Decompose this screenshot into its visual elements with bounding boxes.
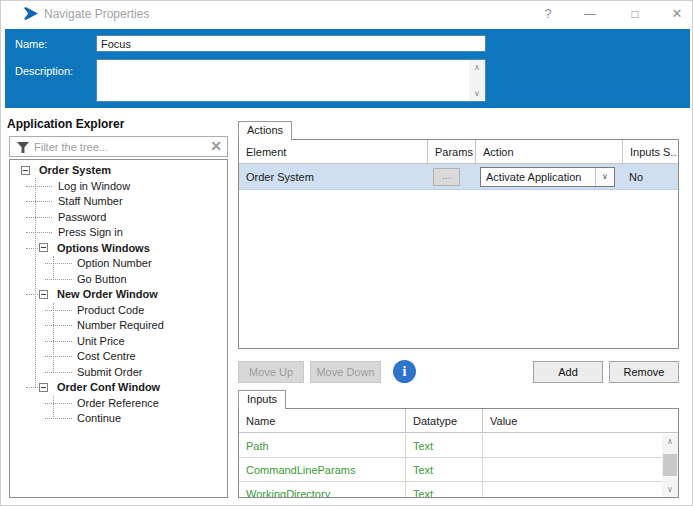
input-value-cell[interactable] bbox=[482, 482, 662, 497]
properties-header: Name: Description: ∧ ∨ bbox=[5, 29, 690, 108]
input-datatype-cell: Text bbox=[405, 482, 482, 497]
inputs-scrollbar[interactable]: ∧ ∨ bbox=[662, 434, 678, 497]
tree-filter-box: ✕ bbox=[9, 136, 228, 157]
scroll-down-icon[interactable]: ∨ bbox=[662, 482, 678, 497]
action-params-cell: ... bbox=[427, 164, 475, 189]
info-icon[interactable]: i bbox=[393, 360, 416, 383]
tree-item-log-in-window[interactable]: Log in Window bbox=[10, 179, 227, 195]
column-header-element[interactable]: Element bbox=[239, 140, 427, 163]
maximize-button[interactable]: □ bbox=[624, 4, 646, 24]
chevron-down-icon[interactable]: ∨ bbox=[595, 168, 614, 186]
minimize-button[interactable]: — bbox=[579, 4, 601, 24]
inputs-set-cell: No bbox=[622, 164, 678, 189]
input-datatype-cell: Text bbox=[405, 434, 482, 457]
actions-tab[interactable]: Actions bbox=[238, 121, 292, 140]
scroll-up-icon[interactable]: ∧ bbox=[469, 60, 485, 75]
move-down-button[interactable]: Move Down bbox=[310, 361, 381, 383]
tree-item-submit-order[interactable]: Submit Order bbox=[10, 365, 227, 381]
remove-button[interactable]: Remove bbox=[609, 361, 679, 383]
help-button[interactable]: ? bbox=[537, 4, 559, 24]
add-button[interactable]: Add bbox=[533, 361, 603, 383]
tree-item-order-system[interactable]: Order System bbox=[10, 163, 227, 179]
application-explorer-tree: Order System Log in Window Staff Number … bbox=[9, 159, 228, 498]
inputs-tab[interactable]: Inputs bbox=[238, 390, 286, 409]
window-title: Navigate Properties bbox=[44, 7, 149, 21]
tree-item-unit-price[interactable]: Unit Price bbox=[10, 334, 227, 350]
inputs-table: Name Datatype Value Path Text CommandLin… bbox=[238, 408, 679, 498]
tree-item-number-required[interactable]: Number Required bbox=[10, 318, 227, 334]
actions-table: Element Params Action Inputs S.. Order S… bbox=[238, 139, 679, 349]
input-value-cell[interactable] bbox=[482, 458, 662, 481]
column-header-params[interactable]: Params bbox=[427, 140, 475, 163]
collapse-icon[interactable] bbox=[39, 243, 48, 252]
tree-item-password[interactable]: Password bbox=[10, 210, 227, 226]
filter-funnel-icon bbox=[17, 142, 29, 153]
scroll-down-icon[interactable]: ∨ bbox=[469, 86, 485, 101]
description-scrollbar[interactable]: ∧ ∨ bbox=[469, 60, 485, 101]
collapse-icon[interactable] bbox=[39, 290, 48, 299]
column-header-name[interactable]: Name bbox=[239, 409, 405, 432]
tree-item-go-button[interactable]: Go Button bbox=[10, 272, 227, 288]
action-dropdown[interactable]: Activate Application ∨ bbox=[480, 167, 615, 187]
collapse-icon[interactable] bbox=[39, 383, 48, 392]
actions-table-header: Element Params Action Inputs S.. bbox=[239, 140, 678, 164]
tree-item-order-reference[interactable]: Order Reference bbox=[10, 396, 227, 412]
tree-item-new-order-window[interactable]: New Order Window bbox=[10, 287, 227, 303]
column-header-inputs-set[interactable]: Inputs S.. bbox=[622, 140, 678, 163]
input-name-cell: Path bbox=[239, 434, 405, 457]
input-name-cell: WorkingDirectory bbox=[239, 482, 405, 497]
input-row-path[interactable]: Path Text bbox=[239, 434, 662, 458]
tree-item-order-conf-window[interactable]: Order Conf Window bbox=[10, 380, 227, 396]
input-row-workingdirectory[interactable]: WorkingDirectory Text bbox=[239, 482, 662, 497]
title-bar: Navigate Properties ? — □ ✕ bbox=[1, 1, 692, 27]
column-header-datatype[interactable]: Datatype bbox=[405, 409, 482, 432]
description-box: ∧ ∨ bbox=[96, 59, 486, 102]
tree-item-press-sign-in[interactable]: Press Sign in bbox=[10, 225, 227, 241]
close-button[interactable]: ✕ bbox=[666, 4, 688, 24]
inputs-table-header: Name Datatype Value bbox=[239, 409, 678, 433]
tree-item-option-number[interactable]: Option Number bbox=[10, 256, 227, 272]
action-cell: Activate Application ∨ bbox=[475, 164, 622, 189]
action-dropdown-value: Activate Application bbox=[481, 171, 595, 183]
column-header-action[interactable]: Action bbox=[475, 140, 622, 163]
scroll-up-icon[interactable]: ∧ bbox=[662, 434, 678, 449]
tree-item-continue[interactable]: Continue bbox=[10, 411, 227, 427]
tree-item-product-code[interactable]: Product Code bbox=[10, 303, 227, 319]
description-input[interactable] bbox=[97, 60, 470, 101]
navigate-properties-dialog: Navigate Properties ? — □ ✕ Name: Descri… bbox=[0, 0, 693, 506]
name-input[interactable] bbox=[96, 35, 486, 52]
input-value-cell[interactable] bbox=[482, 434, 662, 457]
input-datatype-cell: Text bbox=[405, 458, 482, 481]
input-row-commandlineparams[interactable]: CommandLineParams Text bbox=[239, 458, 662, 482]
application-explorer-title: Application Explorer bbox=[7, 117, 124, 131]
scrollbar-thumb[interactable] bbox=[663, 454, 677, 476]
collapse-icon[interactable] bbox=[21, 166, 30, 175]
description-label: Description: bbox=[15, 65, 73, 77]
input-name-cell: CommandLineParams bbox=[239, 458, 405, 481]
tree-filter-input[interactable] bbox=[34, 138, 199, 155]
tree-item-options-windows[interactable]: Options Windows bbox=[10, 241, 227, 257]
filter-clear-icon[interactable]: ✕ bbox=[210, 138, 222, 154]
move-up-button[interactable]: Move Up bbox=[238, 361, 304, 383]
tree-item-staff-number[interactable]: Staff Number bbox=[10, 194, 227, 210]
app-icon bbox=[24, 7, 38, 20]
table-row-selected[interactable]: Order System ... Activate Application ∨ … bbox=[239, 164, 678, 190]
action-element-cell[interactable]: Order System bbox=[239, 164, 427, 189]
params-ellipsis-button[interactable]: ... bbox=[433, 168, 460, 186]
tree-item-cost-centre[interactable]: Cost Centre bbox=[10, 349, 227, 365]
column-header-value[interactable]: Value bbox=[482, 409, 678, 432]
name-label: Name: bbox=[15, 38, 47, 50]
